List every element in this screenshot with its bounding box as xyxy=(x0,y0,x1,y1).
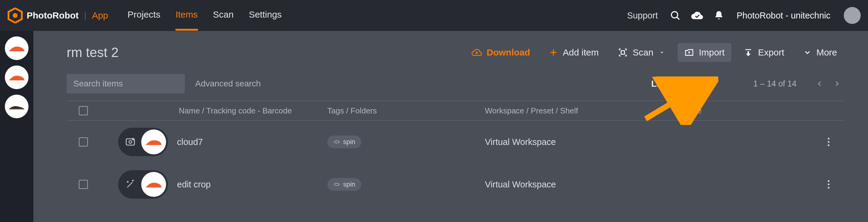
tag-label: spin xyxy=(343,181,355,188)
scan-button[interactable]: Scan xyxy=(611,43,672,62)
title-bar: rm test 2 Download Add item Scan Import … xyxy=(67,43,844,62)
brand-app: App xyxy=(92,10,108,21)
table-row[interactable]: cloud7 spin Virtual Workspace xyxy=(67,121,844,163)
item-name: cloud7 xyxy=(177,137,203,147)
item-thumb xyxy=(141,130,166,155)
magic-wand-icon xyxy=(124,178,137,191)
item-media[interactable] xyxy=(118,128,168,156)
row-actions-button[interactable] xyxy=(823,178,835,191)
item-thumb xyxy=(141,172,166,197)
item-workspace: Virtual Workspace xyxy=(485,137,685,147)
main-nav: Projects Items Scan Settings xyxy=(128,0,282,31)
select-all-checkbox[interactable] xyxy=(79,106,88,115)
nav-scan[interactable]: Scan xyxy=(213,0,234,31)
cloud-done-icon[interactable] xyxy=(690,8,704,23)
brand-logo-icon xyxy=(7,7,23,23)
top-bar: PhotoRobot | App Projects Items Scan Set… xyxy=(0,0,868,31)
sort-dropdown[interactable]: Last modified xyxy=(651,79,719,89)
svg-line-3 xyxy=(677,17,680,20)
brand[interactable]: PhotoRobot | App xyxy=(7,7,108,23)
rail-thumb-3[interactable] xyxy=(5,94,29,118)
search-input[interactable] xyxy=(73,79,182,88)
svg-point-25 xyxy=(828,180,830,182)
download-label: Download xyxy=(487,47,530,58)
chevron-down-icon xyxy=(658,49,665,56)
add-item-button[interactable]: Add item xyxy=(542,43,605,62)
left-rail xyxy=(0,31,33,222)
tag-label: spin xyxy=(343,138,355,146)
svg-point-27 xyxy=(828,187,830,189)
brand-name: PhotoRobot xyxy=(27,10,79,21)
nav-settings[interactable]: Settings xyxy=(249,0,282,31)
item-name: edit crop xyxy=(177,179,211,190)
user-avatar[interactable] xyxy=(844,7,861,24)
sort-label: Last modified xyxy=(651,79,709,89)
pager-prev[interactable] xyxy=(813,77,826,90)
download-button[interactable]: Download xyxy=(465,43,537,62)
svg-point-1 xyxy=(13,13,18,18)
svg-point-17 xyxy=(828,141,830,143)
svg-point-24 xyxy=(334,183,339,185)
import-button[interactable]: Import xyxy=(678,43,731,62)
bell-icon[interactable] xyxy=(712,8,726,23)
nav-items[interactable]: Items xyxy=(176,0,197,31)
user-name[interactable]: PhotoRobot - unitechnic xyxy=(737,10,830,21)
more-label: More xyxy=(816,47,837,58)
svg-line-19 xyxy=(127,182,132,188)
col-note[interactable]: Note xyxy=(685,106,813,115)
svg-rect-4 xyxy=(9,109,24,110)
col-name[interactable]: Name / Tracking code - Barcode xyxy=(100,106,327,115)
import-label: Import xyxy=(699,47,725,58)
row-actions-button[interactable] xyxy=(823,136,835,148)
search-row: Advanced search Last modified 1 – 14 of … xyxy=(67,74,844,93)
table-header: Name / Tracking code - Barcode Tags / Fo… xyxy=(67,101,844,121)
row-checkbox[interactable] xyxy=(79,180,88,189)
item-workspace: Virtual Workspace xyxy=(485,179,685,190)
table-row[interactable]: edit crop spin Virtual Workspace xyxy=(67,163,844,205)
export-button[interactable]: Export xyxy=(737,43,791,62)
search-box[interactable] xyxy=(67,74,185,93)
svg-point-18 xyxy=(828,144,830,146)
rail-thumb-1[interactable] xyxy=(5,36,29,60)
svg-point-15 xyxy=(334,141,339,143)
brand-separator: | xyxy=(84,10,87,21)
more-button[interactable]: More xyxy=(797,43,844,62)
tag-chip[interactable]: spin xyxy=(327,136,361,148)
svg-rect-7 xyxy=(621,51,624,54)
nav-projects[interactable]: Projects xyxy=(128,0,160,31)
svg-point-2 xyxy=(672,11,678,18)
col-tags[interactable]: Tags / Folders xyxy=(327,106,485,115)
svg-point-16 xyxy=(828,138,830,139)
add-item-label: Add item xyxy=(563,47,598,58)
search-icon[interactable] xyxy=(668,8,683,23)
svg-point-26 xyxy=(828,184,830,185)
support-link[interactable]: Support xyxy=(627,10,658,21)
spin-3d-icon xyxy=(333,181,340,188)
chevron-down-icon xyxy=(711,80,719,87)
advanced-search-link[interactable]: Advanced search xyxy=(195,79,261,88)
rail-thumb-2[interactable] xyxy=(5,65,29,89)
add-photo-icon xyxy=(124,135,137,148)
svg-point-12 xyxy=(129,141,132,143)
item-media[interactable] xyxy=(118,170,168,199)
tag-chip[interactable]: spin xyxy=(327,178,361,191)
scan-label: Scan xyxy=(633,47,653,58)
pager-next[interactable] xyxy=(830,77,844,90)
main-content: rm test 2 Download Add item Scan Import … xyxy=(33,31,868,222)
row-checkbox[interactable] xyxy=(79,137,88,146)
page-title: rm test 2 xyxy=(67,45,119,60)
col-workspace[interactable]: Workspace / Preset / Shelf xyxy=(485,106,685,115)
spin-3d-icon xyxy=(333,139,340,145)
export-label: Export xyxy=(758,47,784,58)
pager-range: 1 – 14 of 14 xyxy=(753,79,797,88)
